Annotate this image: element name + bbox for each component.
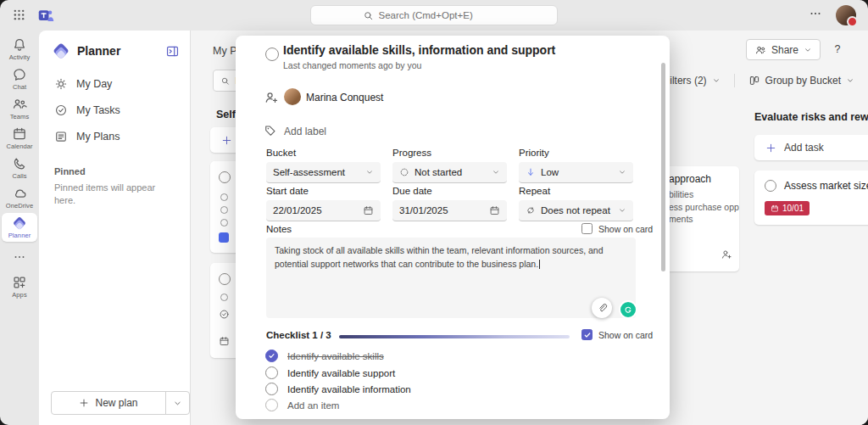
user-avatar[interactable]: [836, 5, 856, 25]
repeat-dropdown[interactable]: Does not repeat: [519, 200, 633, 221]
task-line-fragment: ess purchase opport: [669, 202, 739, 212]
bucket-value: Self-assessment: [273, 167, 345, 177]
rail-item-chat[interactable]: Chat: [2, 64, 37, 93]
checklist-header: Checklist 1 / 3: [266, 330, 331, 340]
sidebar-item-my-plans[interactable]: My Plans: [39, 123, 190, 149]
rail-item-calls[interactable]: Calls: [2, 154, 37, 182]
add-label-button[interactable]: Add label: [284, 126, 326, 137]
app-launcher-icon[interactable]: [12, 8, 26, 25]
assignee-name[interactable]: Marina Conquest: [306, 92, 383, 103]
teams-logo-icon[interactable]: [37, 7, 55, 28]
priority-dropdown[interactable]: Low: [519, 162, 633, 183]
rail-label: Apps: [12, 291, 27, 299]
task-line-fragment: ments: [669, 214, 693, 224]
checklist-add-item[interactable]: Add an item: [265, 399, 339, 411]
rail-item-activity[interactable]: Activity: [2, 35, 37, 64]
grammarly-icon[interactable]: [619, 300, 637, 319]
checklist-unchecked-icon[interactable]: [265, 366, 278, 379]
help-button[interactable]: ?: [829, 41, 846, 58]
tag-icon[interactable]: [264, 124, 277, 141]
progress-value: Not started: [415, 167, 462, 177]
task-complete-radio[interactable]: [265, 48, 279, 61]
due-date-input[interactable]: 31/01/2025: [392, 200, 507, 221]
new-plan-split-button: New plan: [51, 391, 190, 415]
checklist-show-on-card-checkbox[interactable]: [581, 329, 593, 340]
rail-item-apps[interactable]: Apps: [2, 272, 37, 301]
app-title: Planner: [77, 44, 159, 58]
assign-person-icon[interactable]: [721, 249, 732, 264]
rail-label: Calendar: [6, 143, 32, 150]
priority-field: Priority Low: [519, 148, 633, 183]
rail-item-onedrive[interactable]: OneDrive: [2, 183, 37, 212]
chevron-down-icon: [365, 168, 374, 176]
apps-icon: [12, 275, 27, 290]
checklist-checked-icon[interactable]: [265, 350, 278, 362]
sidebar-header: Planner: [39, 31, 190, 70]
start-date-input[interactable]: 22/01/2025: [266, 200, 381, 221]
progress-dropdown[interactable]: Not started: [392, 162, 507, 183]
global-search-input[interactable]: [379, 10, 506, 20]
group-by-button[interactable]: Group by Bucket: [748, 75, 854, 87]
add-task-button[interactable]: Add task: [754, 135, 868, 160]
notes-show-on-card-checkbox[interactable]: [581, 223, 593, 234]
start-date-value: 22/01/2025: [273, 205, 322, 215]
task-radio-icon[interactable]: [219, 171, 231, 183]
priority-low-arrow-icon: [526, 167, 536, 177]
notes-label: Notes: [266, 224, 292, 234]
rail-item-teams[interactable]: Teams: [2, 94, 37, 123]
rail-label: Chat: [13, 83, 26, 91]
filters-label: Filters (2): [664, 75, 707, 87]
progress-field: Progress Not started: [392, 148, 507, 183]
sidebar-item-my-tasks[interactable]: My Tasks: [39, 97, 190, 123]
due-date-badge[interactable]: 10/01: [765, 201, 810, 215]
dialog-scrollbar[interactable]: [661, 63, 665, 271]
assignee-avatar[interactable]: [284, 88, 301, 105]
bucket-evaluate-risks: Evaluate risks and rewards Add task Asse…: [754, 109, 868, 225]
chevron-down-icon: [712, 76, 721, 85]
checklist-item[interactable]: Identify available support: [265, 366, 395, 379]
task-radio-icon[interactable]: [219, 273, 231, 285]
calendar-icon: [489, 205, 500, 216]
bucket-dropdown[interactable]: Self-assessment: [266, 162, 381, 183]
repeat-value: Does not repeat: [541, 205, 610, 215]
pinned-section-header: Pinned: [39, 149, 190, 182]
chat-icon: [12, 67, 27, 82]
planner-logo-icon: [52, 42, 70, 60]
task-card[interactable]: approach bilities ess purchase opport me…: [661, 166, 739, 271]
rail-item-more[interactable]: [2, 243, 37, 271]
rail-item-calendar[interactable]: Calendar: [2, 124, 37, 153]
teams-window: Activity Chat Teams Calendar Calls OneDr…: [0, 0, 868, 425]
new-plan-menu-button[interactable]: [166, 392, 189, 414]
checklist-item[interactable]: Identify available information: [265, 383, 411, 395]
task-radio-icon[interactable]: [765, 180, 776, 192]
checklist-circle-icon: [220, 193, 228, 201]
priority-label: Priority: [519, 148, 633, 158]
check-circle-icon: [54, 103, 68, 117]
repeat-field: Repeat Does not repeat: [519, 186, 633, 221]
rail-item-planner[interactable]: Planner: [2, 213, 37, 242]
notes-textarea[interactable]: Taking stock of all available skills wit…: [266, 238, 636, 318]
share-button[interactable]: Share: [746, 39, 821, 60]
check-icon: [583, 331, 592, 339]
checklist-show-on-card-label: Show on card: [598, 330, 653, 340]
plus-icon: [221, 135, 232, 146]
cloud-icon: [12, 186, 27, 201]
chevron-down-icon: [492, 168, 500, 176]
calendar-icon: [771, 204, 779, 213]
expand-panel-icon[interactable]: [165, 44, 180, 59]
group-by-label: Group by Bucket: [765, 75, 841, 87]
plans-icon: [54, 130, 68, 143]
checklist-unchecked-icon[interactable]: [265, 383, 278, 395]
new-plan-button[interactable]: New plan: [52, 392, 166, 414]
label-chip-icon: [219, 232, 229, 243]
global-search[interactable]: [310, 5, 558, 25]
chevron-down-icon: [173, 399, 182, 408]
due-date-label: 10/01: [782, 204, 804, 213]
more-options-icon[interactable]: [809, 7, 822, 24]
assign-person-icon[interactable]: [264, 90, 279, 109]
sidebar-item-my-day[interactable]: My Day: [39, 70, 190, 97]
checklist-circle-icon: [220, 294, 228, 301]
attach-paperclip-icon[interactable]: [592, 298, 612, 318]
checklist-item[interactable]: Identify available skills: [265, 350, 384, 362]
task-card[interactable]: Assess market size and stab 10/01: [754, 171, 868, 225]
